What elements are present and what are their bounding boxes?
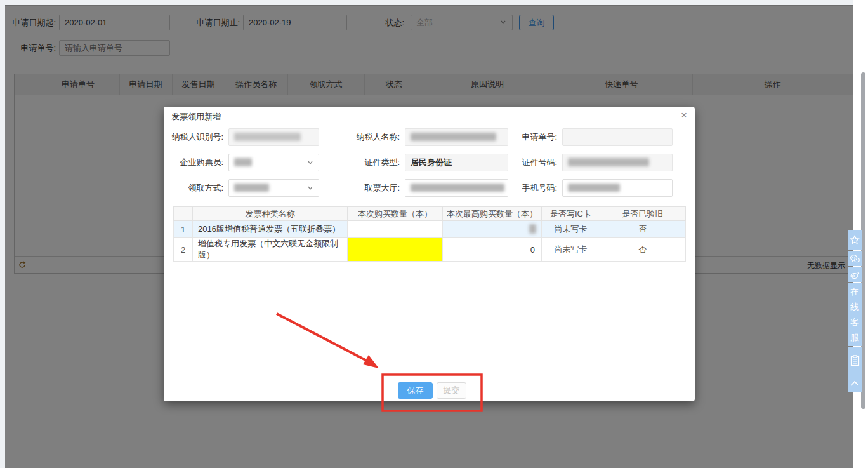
apply-no-field (562, 128, 673, 146)
favorite-button[interactable] (848, 230, 862, 250)
receive-method-label: 领取方式: (170, 179, 223, 197)
max-qty-cell: 0 (443, 238, 542, 262)
receive-method-select[interactable] (228, 179, 319, 197)
dialog-title: 发票领用新增 (171, 111, 221, 123)
page-margin-top (0, 0, 853, 5)
invoice-types-table: 发票种类名称 本次购买数量（本） 本次最高购买数量（本） 是否写IC卡 是否已验… (173, 206, 685, 262)
hall-field[interactable] (405, 179, 508, 197)
buyer-select[interactable] (228, 154, 319, 171)
online-service-label: 在 线 客 服 (850, 283, 859, 346)
row-number: 2 (174, 238, 193, 262)
column-header: 本次最高购买数量（本） (443, 207, 542, 221)
column-header: 本次购买数量（本） (348, 207, 443, 221)
ic-card-status: 尚未写卡 (542, 238, 600, 262)
taxpayer-id-field (228, 128, 319, 146)
taxpayer-name-label: 纳税人名称: (348, 128, 400, 146)
phone-label: 手机号码: (506, 179, 557, 197)
weibo-share-button[interactable] (848, 267, 862, 282)
column-header: 是否已验旧 (600, 207, 686, 221)
row-number-header (174, 207, 193, 221)
star-icon (850, 235, 860, 245)
dialog-header: 发票领用新增 × (164, 107, 695, 124)
weibo-icon (850, 270, 860, 279)
column-header: 发票种类名称 (193, 207, 348, 221)
save-button[interactable]: 保存 (398, 382, 433, 399)
qty-input-cell[interactable] (348, 221, 443, 238)
submit-button-disabled: 提交 (437, 382, 466, 399)
service-sidebar: 在 线 客 服 (848, 230, 862, 392)
invoice-type-name: 2016版增值税普通发票（五联折叠票） (193, 221, 348, 238)
online-service-button[interactable]: 在 线 客 服 (848, 283, 862, 346)
verified-status: 否 (600, 221, 686, 238)
cert-no-field (562, 154, 673, 171)
column-header: 是否写IC卡 (542, 207, 600, 221)
chevron-down-icon (308, 160, 313, 165)
cert-type-field: 居民身份证 (405, 154, 508, 171)
verified-status: 否 (600, 238, 686, 262)
apply-no-label-modal: 申请单号: (506, 128, 557, 146)
table-row[interactable]: 1 2016版增值税普通发票（五联折叠票） 尚未写卡 否 (174, 221, 686, 238)
wechat-share-button[interactable] (848, 251, 862, 266)
max-qty-cell (443, 221, 542, 238)
hall-label: 取票大厅: (348, 179, 400, 197)
back-to-top-button[interactable] (848, 375, 862, 392)
qty-input-cell-highlighted[interactable] (348, 238, 443, 262)
phone-field[interactable] (562, 179, 673, 197)
clipboard-icon (850, 355, 860, 366)
chevron-up-icon (850, 380, 860, 387)
table-row[interactable]: 2 增值税专用发票（中文六联无金额限制版） 0 尚未写卡 否 (174, 238, 686, 262)
close-icon[interactable]: × (681, 109, 687, 122)
chevron-down-icon (308, 185, 313, 191)
cert-no-label: 证件号码: (506, 154, 557, 171)
invoice-type-name: 增值税专用发票（中文六联无金额限制版） (193, 238, 348, 262)
page-margin-left (0, 0, 5, 468)
invoice-new-dialog: 发票领用新增 × 纳税人识别号: 纳税人名称: 申请单号: 企业购票员: 证件类… (164, 107, 695, 401)
row-number: 1 (174, 221, 193, 238)
taxpayer-name-field (405, 128, 508, 146)
invoice-table-header-row: 发票种类名称 本次购买数量（本） 本次最高购买数量（本） 是否写IC卡 是否已验… (174, 207, 686, 221)
dialog-footer: 保存 提交 (164, 378, 695, 401)
ic-card-status: 尚未写卡 (542, 221, 600, 238)
taxpayer-id-label: 纳税人识别号: (170, 128, 223, 146)
survey-button[interactable] (848, 347, 862, 375)
wechat-icon (850, 254, 860, 264)
buyer-label: 企业购票员: (170, 154, 223, 171)
cert-type-label: 证件类型: (348, 154, 400, 171)
text-cursor (352, 224, 352, 234)
scrollbar-thumb[interactable] (861, 72, 865, 409)
